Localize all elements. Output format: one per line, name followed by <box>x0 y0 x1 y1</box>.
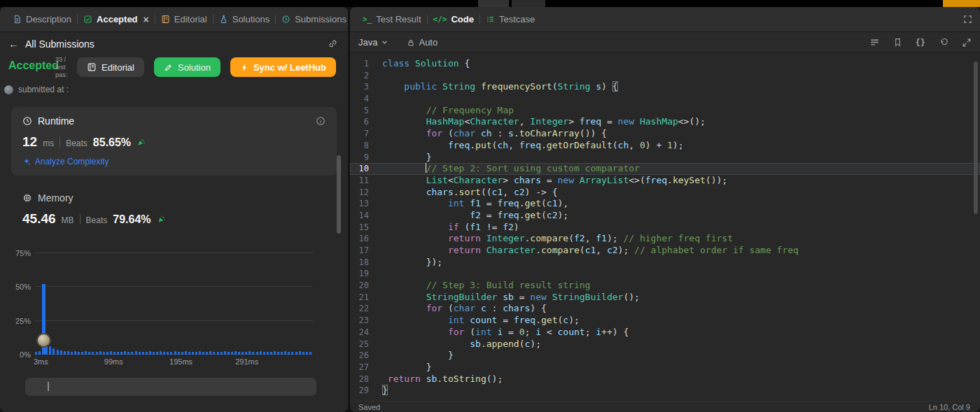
histogram-bar[interactable] <box>302 352 304 355</box>
histogram-bar[interactable] <box>202 352 204 355</box>
histogram-bar[interactable] <box>52 348 55 355</box>
reset-icon[interactable] <box>939 38 948 48</box>
histogram-bar[interactable] <box>110 351 112 355</box>
histogram-bar[interactable] <box>195 352 197 355</box>
histogram-bar[interactable] <box>281 352 283 355</box>
histogram-bar[interactable] <box>256 352 258 355</box>
code-line[interactable]: 11 List<Character> chars = new ArrayList… <box>350 175 980 187</box>
histogram-bar[interactable] <box>106 352 108 355</box>
histogram-bar[interactable] <box>113 352 115 355</box>
code-line[interactable]: 28 return sb.toString(); <box>350 374 980 385</box>
histogram-bar[interactable] <box>131 352 133 355</box>
histogram-bar[interactable] <box>188 352 190 355</box>
code-line[interactable]: 14 f2 = freq.get(c2); <box>350 210 980 222</box>
tab-solutions[interactable]: Solutions <box>214 7 275 32</box>
histogram-bar[interactable] <box>74 351 76 355</box>
histogram-bar[interactable] <box>146 352 148 355</box>
code-line[interactable]: 19 <box>350 268 980 280</box>
code-line[interactable]: 17 return Character.compare(c1, c2); // … <box>350 245 980 257</box>
tab-testcase[interactable]: Testcase <box>480 7 540 32</box>
histogram-bar[interactable] <box>103 352 105 355</box>
histogram-bar[interactable] <box>309 352 312 355</box>
histogram-bar[interactable] <box>248 351 251 355</box>
code-line[interactable]: 20 // Step 3: Build result string <box>350 280 980 292</box>
tab-submissions[interactable]: Submissions <box>276 7 348 32</box>
histogram-bar[interactable] <box>277 352 279 355</box>
code-line[interactable]: 9 } <box>350 152 980 164</box>
histogram-bar[interactable] <box>270 352 272 355</box>
code-line[interactable]: 23 int count = freq.get(c); <box>350 315 980 327</box>
histogram-bar[interactable] <box>60 350 62 355</box>
histogram-bar[interactable] <box>181 352 183 355</box>
histogram-bar[interactable] <box>92 352 94 355</box>
code-line[interactable]: 22 for (char c : chars) { <box>350 303 980 315</box>
code-line[interactable]: 25 sb.append(c); <box>350 339 980 350</box>
histogram-bar[interactable] <box>167 352 169 355</box>
histogram-bar[interactable] <box>99 351 102 355</box>
histogram-bar[interactable] <box>206 352 208 355</box>
code-line[interactable]: 1class Solution { <box>350 58 980 70</box>
histogram-bar[interactable] <box>284 351 286 355</box>
code-line[interactable]: 5 // Frequency Map <box>350 105 980 117</box>
bookmark-icon[interactable] <box>893 38 902 47</box>
histogram-bar[interactable] <box>220 352 223 355</box>
histogram-bar[interactable] <box>267 352 269 355</box>
code-line[interactable]: 3 public String frequencySort(String s) … <box>350 81 980 93</box>
histogram-bar[interactable] <box>57 350 59 355</box>
histogram-bar[interactable] <box>127 352 130 355</box>
language-select[interactable]: Java <box>358 37 388 48</box>
code-line[interactable]: 6 HashMap<Character, Integer> freq = new… <box>350 116 980 128</box>
code-line[interactable]: 10 // Step 2: Sort using custom comparat… <box>350 163 980 175</box>
code-line[interactable]: 8 freq.put(ch, freq.getOrDefault(ch, 0) … <box>350 140 980 152</box>
braces-icon[interactable]: {} <box>916 38 925 48</box>
code-editor[interactable]: 1class Solution {23 public String freque… <box>350 53 980 401</box>
fullscreen-icon[interactable] <box>962 14 973 24</box>
histogram-bar[interactable] <box>291 352 293 355</box>
code-line[interactable]: 4 <box>350 93 980 105</box>
histogram-bar[interactable] <box>85 351 87 355</box>
tab-test-result[interactable]: >_ Test Result <box>357 7 427 32</box>
histogram-bar[interactable] <box>234 351 237 355</box>
link-icon[interactable] <box>328 38 338 49</box>
code-line[interactable]: 18 }); <box>350 257 980 269</box>
close-icon[interactable]: × <box>144 15 149 24</box>
code-line[interactable]: 13 int f1 = freq.get(c1), <box>350 198 980 210</box>
tab-description[interactable]: Description <box>7 7 77 32</box>
histogram-bar[interactable] <box>170 352 172 355</box>
histogram-bar[interactable] <box>117 352 119 355</box>
code-line[interactable]: 16 return Integer.compare(f2, f1); // hi… <box>350 233 980 245</box>
tab-editorial[interactable]: Editorial <box>155 7 213 32</box>
analyze-complexity-link[interactable]: Analyze Complexity <box>22 157 326 166</box>
histogram-bar[interactable] <box>96 352 98 355</box>
code-line[interactable]: 29} <box>350 385 980 397</box>
histogram-bar[interactable] <box>38 351 41 355</box>
histogram-bar[interactable] <box>227 352 230 355</box>
histogram-bar[interactable] <box>238 352 240 355</box>
back-icon[interactable]: ← <box>8 38 19 50</box>
histogram-bar[interactable] <box>160 351 162 355</box>
histogram-bar[interactable] <box>241 352 244 355</box>
histogram-bar[interactable] <box>174 351 176 355</box>
histogram-bar[interactable] <box>120 352 122 355</box>
format-lines-icon[interactable] <box>869 37 880 48</box>
histogram-bar[interactable] <box>263 352 265 355</box>
histogram-bar[interactable] <box>231 352 233 355</box>
all-submissions-link[interactable]: All Submissions <box>25 38 94 50</box>
top-right-button[interactable] <box>943 0 980 7</box>
histogram-bar[interactable] <box>124 351 126 355</box>
editor-scrollbar[interactable] <box>974 62 978 214</box>
auto-mode-toggle[interactable]: Auto <box>407 37 438 48</box>
code-line[interactable]: 26 } <box>350 350 980 362</box>
code-line[interactable]: 7 for (char ch : s.toCharArray()) { <box>350 128 980 140</box>
editorial-button[interactable]: Editorial <box>77 57 144 77</box>
code-line[interactable]: 15 if (f1 != f2) <box>350 222 980 234</box>
histogram-bar[interactable] <box>64 351 66 355</box>
sync-leethub-button[interactable]: Sync w/ LeetHub <box>230 57 336 77</box>
histogram-bar[interactable] <box>274 351 276 355</box>
histogram-bar[interactable] <box>149 351 151 355</box>
histogram-bar[interactable] <box>67 351 69 355</box>
histogram-bar[interactable] <box>88 352 90 355</box>
code-line[interactable]: 2 <box>350 70 980 82</box>
chart-scrollbar[interactable] <box>25 378 316 396</box>
tab-code[interactable]: </> Code <box>428 7 479 32</box>
